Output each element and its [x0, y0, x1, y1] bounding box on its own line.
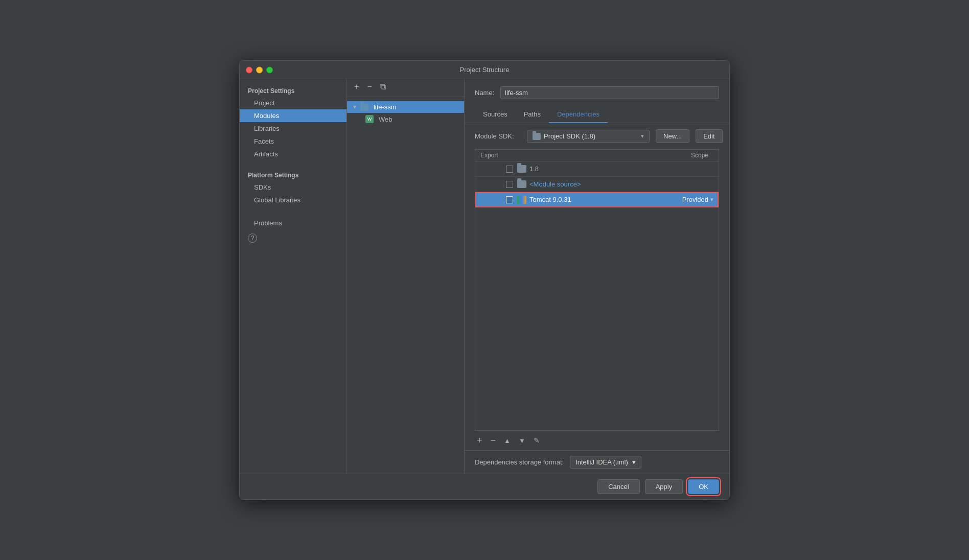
dep-move-up-button[interactable]: ▲ — [502, 435, 513, 446]
dep-checkbox-module-source[interactable] — [506, 181, 513, 188]
folder-blue-icon — [360, 104, 368, 111]
sidebar-item-problems[interactable]: Problems — [240, 217, 347, 229]
web-module-icon: W — [365, 115, 374, 123]
dep-table-header: Export Scope — [475, 150, 719, 161]
tree-remove-button[interactable]: − — [365, 81, 374, 92]
tree-arrow-icon: ▼ — [352, 104, 357, 110]
dialog-footer: Cancel Apply OK — [240, 474, 729, 499]
cancel-button[interactable]: Cancel — [597, 479, 639, 494]
name-row: Name: — [465, 79, 729, 106]
sidebar-item-sdks[interactable]: SDKs — [240, 181, 347, 194]
sidebar: Project Settings Project Modules Librari… — [240, 79, 347, 474]
format-dropdown[interactable]: IntelliJ IDEA (.iml) ▾ — [570, 456, 641, 469]
sdk-value: Project SDK (1.8) — [544, 132, 595, 140]
dep-move-down-button[interactable]: ▼ — [517, 435, 527, 446]
dep-row-jdk18[interactable]: 1.8 — [475, 161, 719, 177]
apply-button[interactable]: Apply — [645, 479, 683, 494]
format-label: Dependencies storage format: — [475, 458, 564, 466]
tab-sources[interactable]: Sources — [475, 106, 516, 123]
sdk-dropdown-arrow-icon: ▾ — [641, 133, 644, 139]
sdk-dropdown[interactable]: Project SDK (1.8) ▾ — [527, 130, 650, 143]
sidebar-item-artifacts[interactable]: Artifacts — [240, 148, 347, 160]
dep-table: Export Scope 1.8 — [475, 149, 719, 431]
tree-copy-button[interactable]: ⧉ — [378, 81, 388, 92]
sidebar-item-facets[interactable]: Facets — [240, 135, 347, 148]
help-icon[interactable]: ? — [248, 234, 257, 243]
close-button[interactable] — [246, 66, 252, 73]
sdk-folder-icon — [533, 133, 541, 140]
dep-checkbox-jdk18[interactable] — [506, 166, 513, 173]
sidebar-item-modules[interactable]: Modules — [240, 109, 347, 122]
ok-button[interactable]: OK — [688, 479, 719, 494]
project-settings-label: Project Settings — [240, 84, 347, 97]
detail-panel: Name: Sources Paths Dependencies Module … — [465, 79, 729, 474]
module-tree: ▼ life-ssm W Web — [347, 97, 465, 129]
tree-add-button[interactable]: + — [352, 81, 361, 92]
module-tree-section: + − ⧉ ▼ life-ssm W Web — [347, 79, 465, 474]
sidebar-item-project[interactable]: Project — [240, 97, 347, 109]
jdk-folder-icon — [517, 165, 526, 173]
dep-row-module-source[interactable]: <Module source> — [475, 177, 719, 192]
dep-name-jdk18: 1.8 — [529, 165, 662, 173]
title-bar: Project Structure — [240, 61, 729, 79]
scope-col-header: Scope — [662, 152, 713, 159]
dep-remove-button[interactable]: − — [489, 435, 498, 446]
tabs-row: Sources Paths Dependencies — [465, 106, 729, 123]
sidebar-item-global-libraries[interactable]: Global Libraries — [240, 194, 347, 206]
tree-item-life-ssm[interactable]: ▼ life-ssm — [347, 101, 464, 113]
dep-edit-button[interactable]: ✎ — [532, 435, 542, 446]
sdk-label: Module SDK: — [475, 132, 521, 140]
dep-scope-tomcat[interactable]: Provided ▾ — [662, 196, 713, 203]
tree-toolbar: + − ⧉ — [347, 79, 464, 97]
module-source-folder-icon — [517, 180, 526, 188]
name-label: Name: — [475, 89, 495, 97]
name-input[interactable] — [500, 86, 719, 99]
traffic-lights — [246, 66, 273, 73]
scope-dropdown-arrow-icon: ▾ — [710, 196, 713, 203]
name-col-header — [511, 152, 662, 159]
format-dropdown-arrow-icon: ▾ — [632, 458, 636, 466]
dep-name-tomcat: Tomcat 9.0.31 — [529, 196, 662, 203]
export-col-header: Export — [480, 152, 511, 159]
sidebar-nav: Project Settings Project Modules Librari… — [240, 84, 347, 229]
dep-row-tomcat[interactable]: Tomcat 9.0.31 Provided ▾ — [475, 192, 719, 207]
format-value: IntelliJ IDEA (.iml) — [575, 458, 628, 466]
main-split: + − ⧉ ▼ life-ssm W Web — [347, 79, 729, 474]
tab-dependencies[interactable]: Dependencies — [549, 106, 608, 123]
sidebar-item-libraries[interactable]: Libraries — [240, 122, 347, 135]
sdk-row: Module SDK: Project SDK (1.8) ▾ New... E… — [465, 123, 729, 149]
dep-add-button[interactable]: + — [475, 435, 484, 446]
platform-settings-label: Platform Settings — [240, 169, 347, 181]
new-sdk-button[interactable]: New... — [656, 129, 689, 143]
tomcat-icon — [517, 196, 526, 204]
window-title: Project Structure — [460, 66, 510, 74]
dep-name-module-source: <Module source> — [529, 180, 662, 188]
maximize-button[interactable] — [266, 66, 273, 73]
format-row: Dependencies storage format: IntelliJ ID… — [465, 450, 729, 474]
dep-checkbox-tomcat[interactable] — [506, 196, 513, 203]
table-toolbar: + − ▲ ▼ ✎ — [465, 431, 729, 450]
project-structure-dialog: Project Structure Project Settings Proje… — [239, 60, 730, 500]
edit-sdk-button[interactable]: Edit — [696, 129, 722, 143]
problems-section: Problems — [240, 217, 347, 229]
tab-paths[interactable]: Paths — [516, 106, 549, 123]
minimize-button[interactable] — [256, 66, 263, 73]
tree-item-web[interactable]: W Web — [347, 113, 464, 125]
sidebar-bottom: ? — [240, 229, 347, 247]
dialog-body: Project Settings Project Modules Librari… — [240, 79, 729, 474]
